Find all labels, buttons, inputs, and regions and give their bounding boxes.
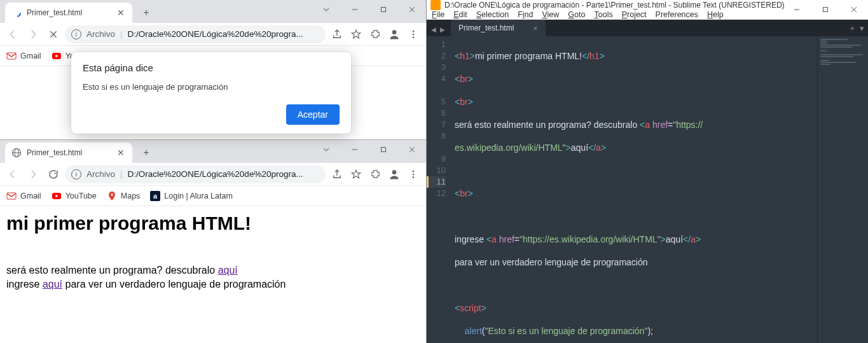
menu-file[interactable]: File: [432, 10, 444, 19]
sublime-title: D:\Oracle ONE\Lógica de programación - P…: [444, 1, 785, 10]
extensions-icon[interactable]: [366, 25, 384, 43]
bookmark-star-icon[interactable]: [347, 165, 365, 183]
minimize-button[interactable]: [340, 140, 369, 159]
page-line-2: ingrese aquí para ver un verdadero lengu…: [6, 277, 420, 291]
page-line-1: será esto realmente un programa? descubr…: [6, 263, 420, 277]
svg-point-0: [13, 9, 20, 17]
svg-text:a: a: [153, 192, 158, 200]
new-tab-button[interactable]: +: [137, 4, 155, 22]
js-alert-dialog: Esta página dice Esto si es un lenguaje …: [71, 52, 351, 134]
maximize-button[interactable]: [369, 140, 397, 159]
editor-area[interactable]: 1 2 3 4 5 6 7 8 9 10 11 12 <h1>mi primer…: [427, 36, 868, 343]
address-bar[interactable]: i Archivo | D:/Oracle%20ONE/Lógica%20de%…: [65, 165, 326, 183]
share-icon[interactable]: [328, 165, 346, 183]
svg-point-16: [413, 173, 415, 175]
youtube-icon: [52, 51, 62, 61]
svg-rect-18: [7, 193, 16, 199]
menu-selection[interactable]: Selection: [476, 10, 509, 19]
share-icon[interactable]: [328, 25, 346, 43]
forward-button[interactable]: [24, 25, 42, 43]
code-content[interactable]: <h1>mi primer programa HTML!</h1> <br> <…: [452, 36, 817, 343]
extensions-icon[interactable]: [366, 165, 384, 183]
svg-rect-7: [7, 53, 16, 59]
svg-point-5: [413, 33, 415, 35]
menu-view[interactable]: View: [542, 10, 559, 19]
link-aqui-2[interactable]: aquí: [43, 279, 62, 290]
bookmark-label: YouTube: [65, 192, 97, 200]
page-heading: mi primer programa HTML!: [6, 213, 420, 234]
menu-find[interactable]: Find: [518, 10, 533, 19]
close-window-button[interactable]: [397, 140, 426, 159]
alert-ok-button[interactable]: Aceptar: [286, 104, 340, 125]
sublime-titlebar[interactable]: D:\Oracle ONE\Lógica de programación - P…: [427, 0, 868, 10]
editor-tab-label: Primer_test.html: [458, 24, 514, 32]
sublime-tabbar: ◀ ▶ Primer_test.html × + ▾: [427, 20, 868, 36]
menu-tools[interactable]: Tools: [594, 10, 612, 19]
svg-rect-24: [823, 8, 827, 12]
bookmark-label: Gmail: [20, 192, 41, 200]
tab-history-back-icon[interactable]: ◀: [429, 22, 438, 36]
maximize-button[interactable]: [811, 0, 839, 19]
menu-project[interactable]: Project: [622, 10, 647, 19]
reload-button[interactable]: [45, 165, 62, 183]
gmail-icon: [6, 51, 17, 61]
maximize-button[interactable]: [369, 0, 397, 19]
svg-point-17: [413, 176, 415, 178]
close-window-button[interactable]: [839, 0, 868, 19]
bookmark-gmail[interactable]: Gmail: [6, 191, 41, 201]
svg-point-6: [413, 36, 415, 38]
url-separator: |: [120, 169, 123, 179]
svg-point-4: [413, 31, 415, 32]
window-dropdown-icon[interactable]: [312, 140, 340, 159]
site-info-icon[interactable]: i: [71, 169, 81, 179]
bookmark-maps[interactable]: Maps: [107, 191, 141, 201]
back-button[interactable]: [4, 165, 22, 183]
svg-rect-13: [381, 148, 385, 152]
bookmark-label: Gmail: [20, 52, 41, 60]
menu-goto[interactable]: Goto: [568, 10, 585, 19]
minimize-button[interactable]: [340, 0, 369, 19]
menu-preferences[interactable]: Preferences: [656, 10, 698, 19]
editor-tab[interactable]: Primer_test.html ×: [451, 20, 546, 36]
svg-point-20: [111, 193, 113, 196]
chrome-menu-icon[interactable]: [404, 25, 422, 43]
window-dropdown-icon[interactable]: [312, 0, 340, 19]
bookmark-youtube[interactable]: YouTube: [52, 191, 97, 201]
link-aqui-1[interactable]: aquí: [218, 265, 238, 276]
close-tab-icon[interactable]: ×: [533, 24, 538, 33]
tab-dropdown-icon[interactable]: ▾: [860, 24, 864, 33]
tab-history-forward-icon[interactable]: ▶: [438, 22, 447, 36]
browser-tab[interactable]: Primer_test.html ✕: [5, 143, 132, 163]
url-scheme: Archivo: [86, 169, 115, 179]
chrome-titlebar[interactable]: Primer_test.html ✕ +: [0, 0, 426, 23]
browser-tab[interactable]: Primer_test.html ✕: [5, 3, 132, 23]
tab-title: Primer_test.html: [27, 148, 82, 157]
close-tab-icon[interactable]: ✕: [116, 8, 126, 18]
bookmark-gmail[interactable]: Gmail: [6, 51, 41, 61]
profile-avatar[interactable]: [385, 165, 403, 183]
chrome-titlebar[interactable]: Primer_test.html ✕ +: [0, 140, 426, 163]
chrome-menu-icon[interactable]: [404, 165, 422, 183]
bookmark-alura[interactable]: a Login | Alura Latam: [150, 191, 232, 201]
svg-point-15: [413, 171, 415, 172]
site-info-icon[interactable]: i: [71, 29, 81, 39]
back-button[interactable]: [4, 25, 22, 43]
chrome-toolbar: i Archivo | D:/Oracle%20ONE/Lógica%20de%…: [0, 23, 426, 46]
new-tab-button[interactable]: +: [137, 144, 155, 162]
alert-title: Esta página dice: [83, 62, 340, 73]
bookmark-label: Maps: [121, 192, 141, 200]
bookmark-star-icon[interactable]: [347, 25, 365, 43]
forward-button[interactable]: [24, 165, 42, 183]
minimap[interactable]: [817, 36, 868, 343]
menu-help[interactable]: Help: [707, 10, 724, 19]
new-tab-icon[interactable]: +: [850, 24, 855, 33]
address-bar[interactable]: i Archivo | D:/Oracle%20ONE/Lógica%20de%…: [65, 25, 326, 43]
url-scheme: Archivo: [86, 29, 115, 39]
chrome-window-bottom: Primer_test.html ✕ + i Archiv: [0, 140, 426, 343]
menu-edit[interactable]: Edit: [453, 10, 467, 19]
minimize-button[interactable]: [782, 0, 811, 19]
close-window-button[interactable]: [397, 0, 426, 19]
close-tab-icon[interactable]: ✕: [116, 148, 126, 158]
stop-button[interactable]: [45, 25, 62, 43]
profile-avatar[interactable]: [385, 25, 403, 43]
